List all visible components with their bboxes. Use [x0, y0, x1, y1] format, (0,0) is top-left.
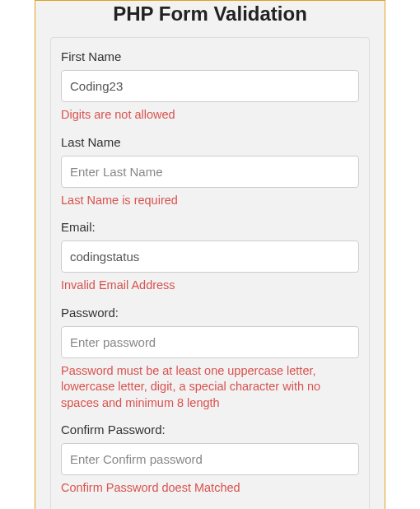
password-group: Password: Password must be at least one … — [61, 306, 359, 412]
confirm-password-error: Confirm Password doest Matched — [61, 480, 359, 497]
confirm-password-group: Confirm Password: Confirm Password doest… — [61, 423, 359, 497]
first-name-input[interactable] — [61, 70, 359, 102]
email-input[interactable] — [61, 240, 359, 273]
password-label: Password: — [61, 306, 359, 320]
form-card: First Name Digits are not allowed Last N… — [50, 37, 370, 509]
first-name-error: Digits are not allowed — [61, 107, 359, 124]
first-name-label: First Name — [61, 49, 359, 63]
page-title: PHP Form Validation — [35, 1, 385, 37]
form-container: PHP Form Validation First Name Digits ar… — [35, 0, 385, 509]
confirm-password-input[interactable] — [61, 443, 359, 475]
password-error: Password must be at least one uppercase … — [61, 363, 359, 412]
password-input[interactable] — [61, 326, 359, 358]
last-name-error: Last Name is required — [61, 193, 359, 209]
confirm-password-label: Confirm Password: — [61, 423, 359, 437]
email-label: Email: — [61, 220, 359, 234]
last-name-label: Last Name — [61, 135, 359, 149]
email-error: Invalid Email Address — [61, 278, 359, 294]
last-name-group: Last Name Last Name is required — [61, 135, 359, 209]
email-group: Email: Invalid Email Address — [61, 220, 359, 294]
first-name-group: First Name Digits are not allowed — [61, 49, 359, 124]
last-name-input[interactable] — [61, 156, 359, 188]
